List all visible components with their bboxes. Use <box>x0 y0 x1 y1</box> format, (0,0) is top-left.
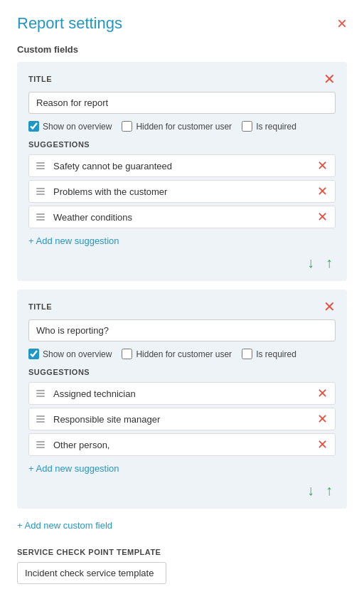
show-on-overview-label-2: Show on overview <box>43 349 112 359</box>
show-on-overview-checkbox-2[interactable]: Show on overview <box>28 349 112 359</box>
suggestion-text-2-2: Other person, <box>49 435 310 455</box>
suggestion-row-2-2: Other person, ✕ <box>28 433 336 456</box>
delete-suggestion-2-1-button[interactable]: ✕ <box>310 408 335 430</box>
is-required-checkbox-2[interactable]: Is required <box>242 349 296 359</box>
suggestions-label-2: SUGGESTIONS <box>28 368 336 376</box>
delete-field-2-button[interactable]: ✕ <box>323 300 336 314</box>
delete-suggestion-2-2-button[interactable]: ✕ <box>310 434 335 455</box>
custom-field-card-1: TITLE ✕ Show on overview Hidden for cust… <box>17 62 347 281</box>
drag-handle-1-2[interactable] <box>32 209 49 225</box>
show-on-overview-input-1[interactable] <box>28 121 39 132</box>
hidden-customer-label-2: Hidden for customer user <box>136 349 232 359</box>
move-up-1-button[interactable]: ↑ <box>323 253 336 272</box>
field-title-label-1: TITLE <box>28 75 52 83</box>
delete-suggestion-2-0-button[interactable]: ✕ <box>310 383 335 404</box>
suggestion-text-1-2: Weather conditions <box>49 207 310 228</box>
service-check-input[interactable] <box>17 562 166 584</box>
suggestion-row-1-2: Weather conditions ✕ <box>28 206 336 228</box>
drag-handle-2-2[interactable] <box>32 437 49 452</box>
service-check-label: SERVICE CHECK POINT TEMPLATE <box>17 548 347 556</box>
report-settings-modal: Report settings × Custom fields TITLE ✕ … <box>0 0 364 604</box>
delete-field-1-button[interactable]: ✕ <box>323 72 336 86</box>
move-down-2-button[interactable]: ↓ <box>304 481 317 500</box>
drag-handle-2-1[interactable] <box>32 411 49 427</box>
is-required-input-1[interactable] <box>242 121 252 132</box>
custom-field-card-2: TITLE ✕ Show on overview Hidden for cust… <box>17 290 347 509</box>
is-required-checkbox-1[interactable]: Is required <box>242 121 296 132</box>
drag-handle-2-0[interactable] <box>32 386 49 401</box>
is-required-label-2: Is required <box>256 349 296 359</box>
delete-suggestion-1-0-button[interactable]: ✕ <box>310 155 335 176</box>
move-up-2-button[interactable]: ↑ <box>323 481 336 500</box>
show-on-overview-label-1: Show on overview <box>43 122 112 132</box>
suggestion-row-1-1: Problems with the customer ✕ <box>28 180 336 203</box>
add-suggestion-1-button[interactable]: + Add new suggestion <box>28 231 119 248</box>
suggestion-text-2-0: Assigned technician <box>49 383 310 404</box>
close-button[interactable]: × <box>337 15 347 32</box>
field-title-label-2: TITLE <box>28 302 52 311</box>
modal-title: Report settings <box>17 14 122 33</box>
suggestion-row-1-0: Safety cannot be guaranteed ✕ <box>28 154 336 177</box>
checkboxes-row-2: Show on overview Hidden for customer use… <box>28 349 336 359</box>
drag-handle-1-1[interactable] <box>32 184 49 199</box>
move-down-1-button[interactable]: ↓ <box>304 253 317 272</box>
suggestion-text-2-1: Responsible site manager <box>49 409 310 430</box>
show-on-overview-checkbox-1[interactable]: Show on overview <box>28 121 112 132</box>
hidden-customer-input-2[interactable] <box>122 349 132 359</box>
add-custom-field-button[interactable]: + Add new custom field <box>17 517 112 534</box>
modal-header: Report settings × <box>17 14 347 33</box>
card-actions-1: ↓ ↑ <box>28 253 336 272</box>
hidden-customer-checkbox-1[interactable]: Hidden for customer user <box>122 121 232 132</box>
suggestion-row-2-1: Responsible site manager ✕ <box>28 408 336 430</box>
hidden-customer-label-1: Hidden for customer user <box>136 122 232 132</box>
suggestion-row-2-0: Assigned technician ✕ <box>28 382 336 405</box>
add-suggestion-2-button[interactable]: + Add new suggestion <box>28 459 119 475</box>
show-on-overview-input-2[interactable] <box>28 349 39 359</box>
delete-suggestion-1-1-button[interactable]: ✕ <box>310 181 335 202</box>
drag-handle-1-0[interactable] <box>32 158 49 174</box>
hidden-customer-input-1[interactable] <box>122 121 132 132</box>
suggestions-label-1: SUGGESTIONS <box>28 140 336 149</box>
field-header-2: TITLE ✕ <box>28 300 336 314</box>
field-header-1: TITLE ✕ <box>28 72 336 86</box>
card-actions-2: ↓ ↑ <box>28 481 336 500</box>
hidden-customer-checkbox-2[interactable]: Hidden for customer user <box>122 349 232 359</box>
field-title-input-1[interactable] <box>28 92 336 114</box>
custom-fields-label: Custom fields <box>17 44 347 55</box>
is-required-input-2[interactable] <box>242 349 252 359</box>
delete-suggestion-1-2-button[interactable]: ✕ <box>310 206 335 228</box>
checkboxes-row-1: Show on overview Hidden for customer use… <box>28 121 336 132</box>
field-title-input-2[interactable] <box>28 319 336 341</box>
service-check-section: SERVICE CHECK POINT TEMPLATE <box>17 548 347 584</box>
is-required-label-1: Is required <box>256 122 296 132</box>
suggestion-text-1-0: Safety cannot be guaranteed <box>49 156 310 176</box>
suggestion-text-1-1: Problems with the customer <box>49 181 310 202</box>
